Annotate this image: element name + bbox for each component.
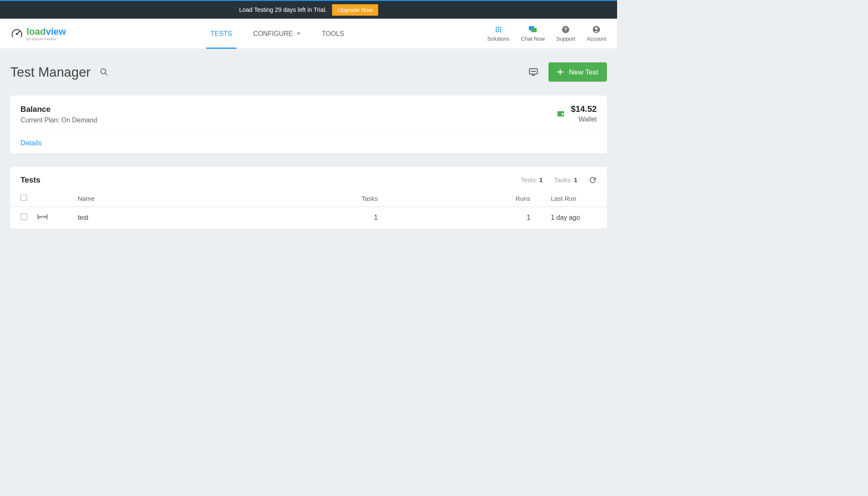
tasks-count-wrap: Tasks: 1 xyxy=(554,176,577,183)
balance-plan-prefix: Current Plan: xyxy=(20,116,61,124)
nav-chat[interactable]: Chat Now xyxy=(521,25,545,42)
tasks-count-value: 1 xyxy=(574,176,577,183)
balance-plan: Current Plan: On Demand xyxy=(20,116,97,124)
nav-support-label: Support xyxy=(556,36,575,42)
help-icon: ? xyxy=(562,25,570,33)
svg-point-10 xyxy=(500,31,501,32)
page-header: Test Manager New Test xyxy=(10,62,607,82)
logo-text-load: load xyxy=(27,26,46,37)
svg-point-6 xyxy=(498,29,499,30)
balance-details-link[interactable]: Details xyxy=(10,132,607,153)
svg-point-3 xyxy=(498,27,499,28)
svg-line-18 xyxy=(105,73,107,75)
tests-table: Name Tasks Runs Last Run HTTP xyxy=(10,190,607,229)
nav-chat-label: Chat Now xyxy=(521,36,545,42)
trial-banner: Load Testing 29 days left in Trial. Upgr… xyxy=(0,0,617,19)
new-test-button[interactable]: New Test xyxy=(548,62,607,82)
tab-tests[interactable]: TESTS xyxy=(211,19,232,48)
balance-plan-name: On Demand xyxy=(61,116,97,124)
tasks-count-label: Tasks: xyxy=(554,176,572,183)
monitor-icon[interactable] xyxy=(529,67,538,77)
svg-text:?: ? xyxy=(564,27,568,33)
svg-point-26 xyxy=(563,114,564,114)
row-runs: 1 xyxy=(388,207,540,229)
row-checkbox[interactable] xyxy=(20,213,27,220)
balance-card: Balance Current Plan: On Demand $14.52 W… xyxy=(10,95,607,153)
svg-point-7 xyxy=(500,29,501,30)
logo-text-view: view xyxy=(46,26,66,37)
svg-point-8 xyxy=(495,31,497,32)
trial-message: Load Testing 29 days left in Trial. xyxy=(239,6,327,13)
row-last-run: 1 day ago xyxy=(541,207,607,229)
logo[interactable]: loadview by dotcom-monitor xyxy=(11,26,66,42)
col-tasks: Tasks xyxy=(229,190,388,207)
svg-point-2 xyxy=(495,27,497,28)
tests-count-value: 1 xyxy=(539,176,542,183)
grid-icon xyxy=(495,26,502,33)
svg-line-1 xyxy=(17,31,19,34)
chat-icon xyxy=(529,25,537,33)
select-all-checkbox[interactable] xyxy=(20,194,27,201)
tests-count-label: Tests: xyxy=(521,176,537,183)
tab-configure[interactable]: CONFIGURE xyxy=(253,19,300,48)
row-tasks: 1 xyxy=(229,207,388,229)
svg-point-16 xyxy=(595,27,598,30)
tests-count-wrap: Tests: 1 xyxy=(521,176,542,183)
wallet-icon xyxy=(556,109,565,118)
logo-tagline: by dotcom-monitor xyxy=(27,37,66,41)
account-icon xyxy=(593,25,600,33)
tab-configure-label: CONFIGURE xyxy=(253,30,293,37)
tests-title: Tests xyxy=(20,175,40,185)
col-runs: Runs xyxy=(388,190,540,207)
tab-tools-label: TOOLS xyxy=(322,30,344,37)
col-name: Name xyxy=(67,190,229,207)
upgrade-button[interactable]: Upgrade Now xyxy=(332,4,378,16)
nav-icons: Solutions Chat Now ? Support xyxy=(487,25,606,42)
http-icon: HTTP xyxy=(37,213,47,221)
nav-solutions-label: Solutions xyxy=(487,36,510,42)
svg-rect-12 xyxy=(531,28,537,32)
tab-tools[interactable]: TOOLS xyxy=(322,19,344,48)
page-title: Test Manager xyxy=(10,64,91,80)
svg-point-4 xyxy=(500,27,501,28)
nav-account[interactable]: Account xyxy=(587,25,606,42)
balance-title: Balance xyxy=(20,105,97,114)
tests-card: Tests Tests: 1 Tasks: 1 xyxy=(10,167,607,229)
plus-icon xyxy=(557,69,564,75)
gauge-icon xyxy=(11,28,23,39)
chevron-down-icon xyxy=(297,32,301,35)
nav-support[interactable]: ? Support xyxy=(556,25,575,42)
tab-tests-label: TESTS xyxy=(211,30,232,37)
nav-solutions[interactable]: Solutions xyxy=(487,25,510,42)
table-row[interactable]: HTTP test 1 1 1 day ago xyxy=(10,207,607,229)
svg-point-9 xyxy=(498,31,499,32)
row-name: test xyxy=(67,207,229,229)
top-nav: loadview by dotcom-monitor TESTS CONFIGU… xyxy=(0,19,617,49)
wallet-label: Wallet xyxy=(571,115,597,123)
nav-account-label: Account xyxy=(587,36,606,42)
nav-tabs: TESTS CONFIGURE TOOLS xyxy=(211,19,344,48)
refresh-icon[interactable] xyxy=(589,176,596,184)
balance-amount: $14.52 xyxy=(571,105,597,114)
new-test-label: New Test xyxy=(569,68,598,76)
svg-text:HTTP: HTTP xyxy=(39,216,47,219)
page-content: Test Manager New Test xyxy=(0,49,617,242)
search-icon[interactable] xyxy=(100,68,108,76)
col-last-run: Last Run xyxy=(541,190,607,207)
svg-point-5 xyxy=(495,29,497,30)
